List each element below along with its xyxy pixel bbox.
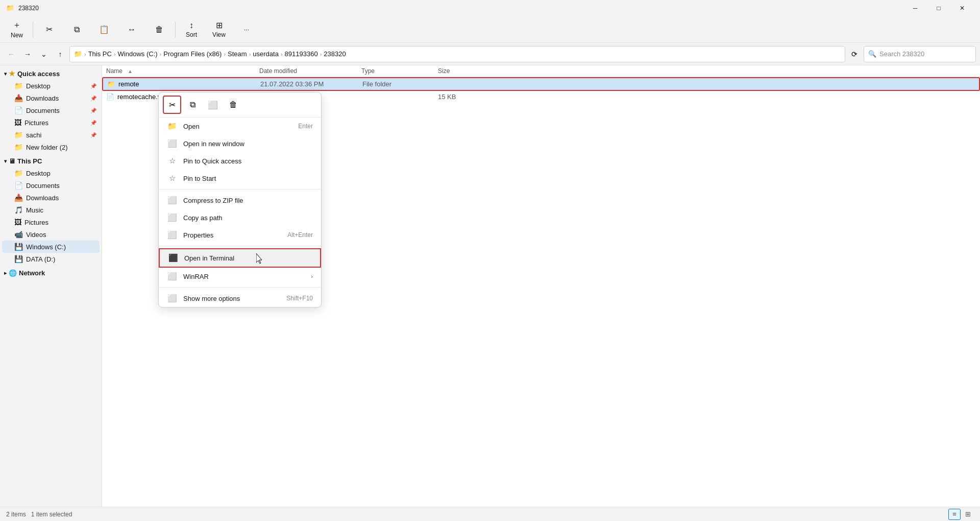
close-button[interactable]: ✕	[950, 0, 974, 16]
sidebar-item-windows-c[interactable]: 💾 Windows (C:)	[2, 241, 100, 253]
col-type-header[interactable]: Type	[361, 67, 438, 75]
maximize-button[interactable]: □	[927, 0, 950, 16]
sidebar-item-downloads-pc[interactable]: 📥 Downloads	[2, 192, 100, 204]
sidebar-item-label: New folder (2)	[26, 144, 68, 151]
copy-button[interactable]: ⧉	[64, 18, 89, 41]
ctx-compress-zip[interactable]: ⬜ Compress to ZIP file	[159, 192, 321, 209]
ctx-properties-shortcut: Alt+Enter	[287, 231, 313, 239]
ctx-cut-button[interactable]: ✂	[163, 96, 181, 114]
sidebar-item-downloads-quick[interactable]: 📥 Downloads 📌	[2, 92, 100, 104]
sidebar-item-pictures-pc[interactable]: 🖼 Pictures	[2, 216, 100, 228]
sort-label: Sort	[186, 31, 197, 38]
ctx-open[interactable]: 📁 Open Enter	[159, 117, 321, 135]
breadcrumb-userdata[interactable]: userdata	[253, 50, 279, 58]
sidebar-item-sachi-quick[interactable]: 📁 sachi 📌	[2, 129, 100, 141]
forward-button[interactable]: →	[20, 47, 35, 61]
sidebar-item-desktop-quick[interactable]: 📁 Desktop 📌	[2, 80, 100, 92]
search-placeholder: Search 238320	[879, 50, 924, 58]
sidebar-item-pictures-quick[interactable]: 🖼 Pictures 📌	[2, 116, 100, 129]
breadcrumb-238320[interactable]: 238320	[324, 50, 346, 58]
paste-icon: 📋	[99, 25, 109, 34]
folder-icon: 📁	[14, 143, 23, 151]
ctx-copy-button[interactable]: ⧉	[183, 96, 202, 114]
sidebar-item-videos-pc[interactable]: 📹 Videos	[2, 228, 100, 241]
ctx-divider-2	[159, 246, 321, 246]
ctx-winrar-label: WinRAR	[183, 273, 209, 280]
winrar-icon: ⬜	[167, 272, 177, 281]
copy-icon: ⧉	[74, 25, 80, 34]
delete-button[interactable]: 🗑	[146, 18, 172, 41]
ctx-show-more-label: Show more options	[183, 295, 240, 302]
ctx-open-label: Open	[183, 123, 200, 130]
breadcrumb-programfiles[interactable]: Program Files (x86)	[163, 50, 222, 58]
ctx-pin-start-label: Pin to Start	[183, 175, 216, 182]
sidebar-item-desktop-pc[interactable]: 📁 Desktop	[2, 167, 100, 179]
ctx-pin-quick-access[interactable]: ☆ Pin to Quick access	[159, 152, 321, 170]
selected-count: 1 item selected	[31, 511, 72, 518]
search-bar[interactable]: 🔍 Search 238320	[864, 46, 976, 62]
breadcrumb-thispc[interactable]: This PC	[88, 50, 112, 58]
new-button[interactable]: ＋ New	[4, 18, 30, 41]
sort-button[interactable]: ↕ Sort	[179, 18, 204, 41]
sidebar-header-quick-access[interactable]: ▾ ★ Quick access	[0, 67, 102, 80]
sidebar-item-documents-quick[interactable]: 📄 Documents 📌	[2, 104, 100, 116]
ctx-copy-path-label: Copy as path	[183, 214, 223, 222]
refresh-button[interactable]: ⟳	[847, 47, 862, 61]
this-pc-label: This PC	[17, 157, 42, 165]
window-title: 238320	[18, 5, 39, 12]
ctx-paste-button[interactable]: ⬜	[204, 96, 222, 114]
ctx-winrar[interactable]: ⬜ WinRAR ›	[159, 268, 321, 285]
folder-icon: 📁	[14, 131, 23, 139]
col-date-header[interactable]: Date modified	[259, 67, 361, 75]
view-button[interactable]: ⊞ View	[206, 18, 232, 41]
sidebar-section-network: ▸ 🌐 Network	[0, 267, 102, 279]
breadcrumb-891193360[interactable]: 891193360	[285, 50, 318, 58]
cut-button[interactable]: ✂	[36, 18, 62, 41]
sidebar-item-label: Documents	[26, 182, 60, 190]
breadcrumb-windows[interactable]: Windows (C:)	[118, 50, 158, 58]
context-menu-toolbar: ✂ ⧉ ⬜ 🗑	[159, 92, 321, 117]
sidebar-header-this-pc[interactable]: ▾ 🖥 This PC	[0, 155, 102, 167]
details-view-button[interactable]: ≡	[948, 509, 961, 520]
ctx-open-new-window[interactable]: ⬜ Open in new window	[159, 135, 321, 152]
ctx-show-more[interactable]: ⬜ Show more options Shift+F10	[159, 290, 321, 307]
grid-view-button[interactable]: ⊞	[962, 509, 974, 520]
sidebar-item-music-pc[interactable]: 🎵 Music	[2, 204, 100, 216]
sidebar-item-label: Videos	[26, 231, 46, 239]
ctx-copy-path[interactable]: ⬜ Copy as path	[159, 209, 321, 226]
ctx-delete-button[interactable]: 🗑	[224, 96, 242, 114]
col-size-header[interactable]: Size	[438, 67, 499, 75]
col-name-header[interactable]: Name ▲	[106, 67, 259, 75]
sidebar-item-data-d[interactable]: 💾 DATA (D:)	[2, 253, 100, 265]
ctx-pin-quick-access-label: Pin to Quick access	[183, 157, 241, 165]
back-button[interactable]: ←	[4, 47, 18, 61]
copy-path-icon: ⬜	[167, 213, 177, 222]
more-button[interactable]: ···	[234, 18, 259, 41]
up-button[interactable]: ↑	[53, 47, 67, 61]
search-icon: 🔍	[868, 50, 876, 58]
move-button[interactable]: ↔	[119, 18, 144, 41]
ctx-compress-zip-label: Compress to ZIP file	[183, 197, 243, 204]
minimize-button[interactable]: ─	[903, 0, 927, 16]
downloads-icon: 📥	[14, 94, 23, 102]
breadcrumb[interactable]: 📁 › This PC › Windows (C:) › Program Fil…	[69, 46, 845, 62]
videos-icon: 📹	[14, 230, 23, 239]
sort-icon: ↕	[189, 21, 193, 30]
file-icon: 📄	[106, 93, 114, 101]
ctx-pin-start[interactable]: ☆ Pin to Start	[159, 170, 321, 187]
breadcrumb-steam[interactable]: Steam	[228, 50, 247, 58]
file-list-header: Name ▲ Date modified Type Size	[102, 65, 980, 77]
breadcrumb-home-icon: 📁	[74, 50, 82, 58]
paste-button[interactable]: 📋	[91, 18, 117, 41]
ctx-open-terminal[interactable]: ⬛ Open in Terminal	[159, 248, 321, 268]
sidebar-item-documents-pc[interactable]: 📄 Documents	[2, 179, 100, 192]
ctx-properties[interactable]: ⬜ Properties Alt+Enter	[159, 226, 321, 244]
sidebar-header-network[interactable]: ▸ 🌐 Network	[0, 267, 102, 279]
dropdown-button[interactable]: ⌄	[37, 47, 51, 61]
sidebar-item-newfolder-quick[interactable]: 📁 New folder (2)	[2, 141, 100, 153]
sidebar: ▾ ★ Quick access 📁 Desktop 📌 📥 Downloads…	[0, 65, 102, 507]
compress-zip-icon: ⬜	[167, 196, 177, 205]
folder-icon: 📁	[14, 169, 23, 177]
context-menu[interactable]: ✂ ⧉ ⬜ 🗑 📁 Open Enter ⬜ Open in new windo…	[158, 92, 322, 307]
file-row-remote[interactable]: 📁 remote 21.07.2022 03:36 PM File folder	[102, 77, 980, 91]
